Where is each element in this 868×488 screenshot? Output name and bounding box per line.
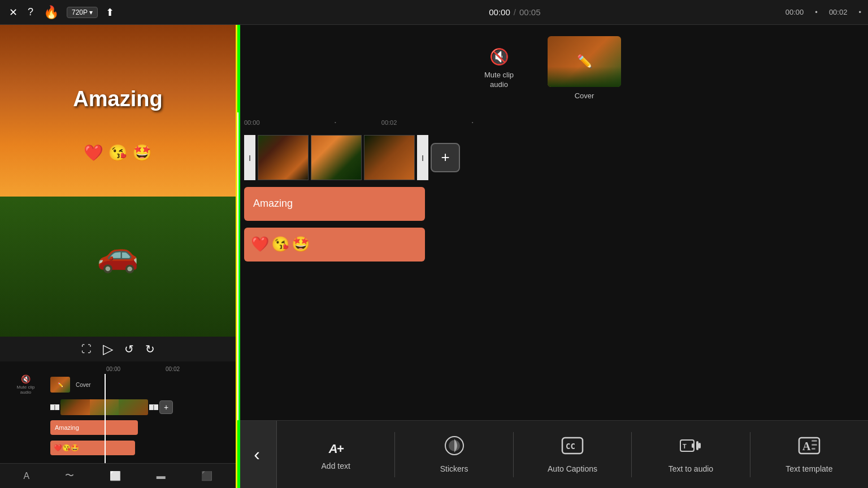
big-add-clip-button[interactable]: +	[431, 143, 460, 172]
play-button[interactable]: ▷	[103, 341, 113, 357]
svg-rect-11	[811, 440, 817, 442]
ruler-00-00: 00:00	[244, 119, 289, 126]
timeline-ruler: 00:00 • 00:02 •	[244, 119, 861, 126]
emoji-starstruck: 🤩	[292, 236, 310, 253]
big-frame-3	[364, 135, 415, 180]
mini-track-label-mute: 🔇 Mute clipaudio	[5, 374, 47, 395]
ruler-dot-2: •	[427, 120, 519, 125]
help-button[interactable]: ?	[25, 4, 36, 20]
back-button[interactable]: ‹	[237, 421, 277, 489]
mini-tool-wave[interactable]: 〜	[65, 470, 74, 482]
add-text-label: Add text	[322, 461, 350, 470]
preview-title-text: Amazing	[73, 87, 162, 111]
big-video-track: | | +	[244, 135, 460, 180]
top-bar-right: 00:00 • 00:02 •	[785, 8, 861, 16]
svg-text:T: T	[683, 443, 687, 450]
toolbar-items: A+ Add text Stickers	[277, 421, 868, 488]
cover-item[interactable]: ✏️ Cover	[548, 36, 621, 101]
svg-rect-12	[811, 444, 817, 446]
mini-emoji-track-row: ❤️ 😘 🤩	[5, 439, 231, 457]
mini-tool-adjust[interactable]: ▬	[157, 471, 166, 481]
big-left-marker[interactable]: |	[244, 135, 255, 180]
big-text-track-row: Amazing	[244, 187, 861, 221]
brand-icon[interactable]: 🔥	[41, 3, 61, 22]
mini-video-track: | | +	[50, 398, 231, 416]
stickers-icon	[444, 435, 465, 459]
upload-button[interactable]: ⬆	[103, 4, 116, 21]
svg-rect-8	[698, 443, 701, 448]
text-template-icon: A	[798, 435, 821, 459]
mini-text-track: Amazing	[50, 420, 138, 435]
ruler-time-mid: 00:02	[829, 8, 848, 16]
playback-controls: ⛶ ▷ ↺ ↻	[0, 337, 236, 361]
mini-left-marker[interactable]: |	[50, 404, 59, 410]
mini-text-track-row: Amazing	[5, 419, 231, 437]
emoji-kiss: 😘	[271, 236, 289, 253]
close-button[interactable]: ✕	[7, 4, 20, 21]
preview-image: Amazing ❤️ 😘 🤩 🚗	[0, 25, 236, 337]
bottom-toolbar: ‹ A+ Add text	[237, 420, 868, 488]
preview-area: Amazing ❤️ 😘 🤩 🚗	[0, 25, 236, 337]
mini-tool-crop[interactable]: ⬜	[110, 470, 121, 481]
timeline-area: 00:00 • 00:02 • | | + Amazing	[237, 112, 868, 420]
cover-thumbnail: ✏️	[548, 36, 621, 87]
mini-cover-thumb: ✏️	[50, 377, 70, 393]
add-text-tool[interactable]: A+ Add text	[277, 421, 394, 488]
ruler-time-start: 00:00	[785, 8, 804, 16]
big-frame-2	[311, 135, 362, 180]
mini-emoji-stars: 🤩	[71, 444, 79, 452]
big-right-marker[interactable]: |	[417, 135, 428, 180]
cover-label-text: Cover	[575, 91, 594, 101]
cover-edit-icon: ✏️	[577, 54, 592, 69]
right-panel: 🔇 Mute clipaudio ✏️ Cover 00:00 • 00:02 …	[237, 25, 868, 488]
mute-clip-audio-item[interactable]: 🔇 Mute clipaudio	[484, 47, 514, 90]
preview-emojis: ❤️ 😘 🤩	[84, 143, 152, 162]
fullscreen-button[interactable]: ⛶	[81, 343, 92, 355]
main-content: Amazing ❤️ 😘 🤩 🚗 ⛶ ▷ ↺ ↻ 00:00 00:02 🔇 M…	[0, 25, 868, 488]
svg-rect-13	[811, 448, 815, 450]
resolution-selector[interactable]: 720P ▾	[67, 7, 98, 18]
big-emoji-track-row: ❤️ 😘 🤩	[244, 228, 861, 262]
mini-emoji-red-heart: ❤️	[54, 444, 62, 452]
ruler-dot-1: •	[289, 120, 381, 125]
stickers-label: Stickers	[440, 464, 468, 473]
svg-text:CC: CC	[566, 442, 575, 451]
stickers-tool[interactable]: Stickers	[395, 421, 513, 488]
top-bar: ✕ ? 🔥 720P ▾ ⬆ 00:00 / 00:05 00:00 • 00:…	[0, 0, 868, 25]
text-to-audio-icon: T	[679, 435, 702, 459]
context-menu-area: 🔇 Mute clipaudio ✏️ Cover	[237, 25, 868, 112]
big-video-track-row: | | +	[244, 135, 861, 180]
mini-track-row-mute: 🔇 Mute clipaudio ✏️ Cover	[5, 376, 231, 394]
mini-frame-1	[60, 399, 90, 415]
cover-label: Cover	[73, 382, 91, 388]
bottom-mini-toolbar: A 〜 ⬜ ▬ ⬛	[0, 463, 236, 488]
auto-captions-icon: CC	[561, 435, 584, 459]
mini-tool-more[interactable]: ⬛	[201, 470, 212, 481]
text-to-audio-tool[interactable]: T Text to audio	[632, 421, 749, 488]
mini-cover-thumb-inner: ✏️	[50, 377, 70, 393]
back-icon: ‹	[254, 444, 260, 465]
svg-rect-6	[696, 441, 698, 450]
ruler-dot-2: •	[858, 8, 861, 16]
redo-button[interactable]: ↻	[145, 342, 155, 356]
mini-emoji-kiss: 😘	[62, 444, 71, 452]
mute-clip-label: Mute clipaudio	[484, 71, 514, 90]
mini-right-marker[interactable]: |	[149, 404, 158, 410]
mini-frame-3	[119, 399, 148, 415]
current-time: 00:00	[489, 7, 510, 17]
text-template-tool[interactable]: A Text template	[750, 421, 868, 488]
mute-track-label: Mute clipaudio	[16, 385, 34, 395]
top-bar-left: ✕ ? 🔥 720P ▾ ⬆	[7, 3, 244, 22]
undo-button[interactable]: ↺	[124, 342, 134, 356]
mini-emoji-track: ❤️ 😘 🤩	[50, 441, 135, 455]
mini-add-clip-button[interactable]: +	[159, 400, 173, 414]
auto-captions-tool[interactable]: CC Auto Captions	[514, 421, 631, 488]
big-playhead	[237, 112, 238, 420]
mini-playhead	[105, 374, 106, 463]
top-bar-center: 00:00 / 00:05	[244, 7, 785, 17]
mini-tool-text[interactable]: A	[23, 471, 29, 481]
big-emoji-track: ❤️ 😘 🤩	[244, 228, 425, 262]
timeline-mini: 00:00 00:02 🔇 Mute clipaudio ✏️ Cover |	[0, 361, 236, 463]
left-panel: Amazing ❤️ 😘 🤩 🚗 ⛶ ▷ ↺ ↻ 00:00 00:02 🔇 M…	[0, 25, 237, 488]
add-text-icon: A+	[329, 439, 343, 456]
